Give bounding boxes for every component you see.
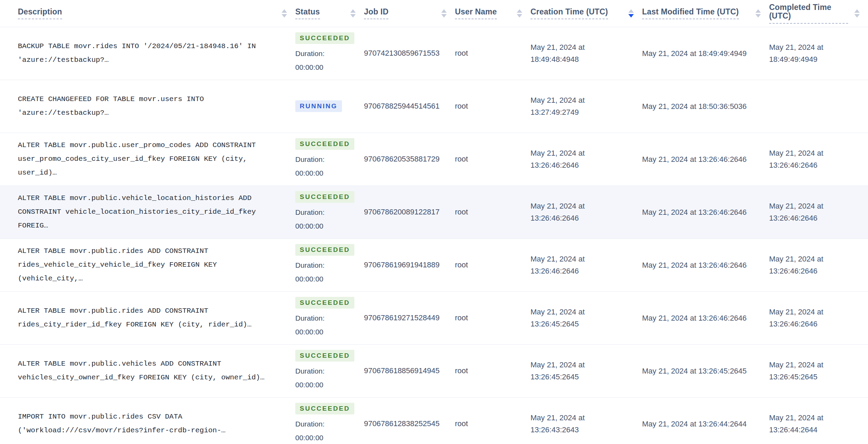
description-cell[interactable]: BACKUP TABLE movr.rides INTO '/2024/05/2… xyxy=(0,27,295,80)
status-badge: SUCCEEDED xyxy=(295,32,354,44)
job-id-value: 970678825944514561 xyxy=(364,102,439,110)
status-cell: SUCCEEDEDDuration:00:00:00 xyxy=(295,344,364,397)
sort-ascending-icon[interactable] xyxy=(282,9,287,13)
sort-descending-icon[interactable] xyxy=(854,14,860,18)
completed-time-cell: May 21, 2024 at 13:26:46:2646 xyxy=(769,133,868,186)
sort-descending-icon[interactable] xyxy=(441,14,447,18)
sort-arrows-icon[interactable] xyxy=(441,9,447,18)
duration-value: 00:00:00 xyxy=(295,272,354,286)
user-name-value: root xyxy=(455,49,468,57)
completed-time-value: May 21, 2024 at 18:49:49:4949 xyxy=(769,41,858,65)
job-id-value: 970678612838252545 xyxy=(364,419,439,428)
column-header-creation-time-utc[interactable]: Creation Time (UTC) xyxy=(530,0,642,27)
sort-arrows-icon[interactable] xyxy=(628,9,634,18)
creation-time-cell: May 21, 2024 at 13:26:46:2646 xyxy=(530,133,642,186)
sort-descending-icon[interactable] xyxy=(350,14,356,18)
column-header-inner[interactable]: Status xyxy=(295,8,356,19)
sort-ascending-icon[interactable] xyxy=(628,9,634,13)
creation-time-cell: May 21, 2024 at 13:26:43:2643 xyxy=(530,397,642,444)
column-header-job-id[interactable]: Job ID xyxy=(364,0,455,27)
creation-time-cell: May 21, 2024 at 13:26:46:2646 xyxy=(530,186,642,238)
column-header-inner[interactable]: Creation Time (UTC) xyxy=(530,8,634,19)
job-description[interactable]: ALTER TABLE movr.public.vehicles ADD CON… xyxy=(18,357,285,385)
column-header-last-modified-time-utc[interactable]: Last Modified Time (UTC) xyxy=(642,0,769,27)
status-badge: SUCCEEDED xyxy=(295,244,354,256)
sort-ascending-icon[interactable] xyxy=(441,9,447,13)
sort-descending-icon[interactable] xyxy=(628,14,634,18)
completed-time-cell: May 21, 2024 at 18:49:49:4949 xyxy=(769,27,868,80)
user-name-value: root xyxy=(455,102,468,110)
job-description[interactable]: ALTER TABLE movr.public.rides ADD CONSTR… xyxy=(18,244,285,286)
description-cell[interactable]: ALTER TABLE movr.public.rides ADD CONSTR… xyxy=(0,238,295,291)
column-header-label: User Name xyxy=(455,8,497,19)
creation-time-cell: May 21, 2024 at 13:26:45:2645 xyxy=(530,291,642,344)
column-header-description[interactable]: Description xyxy=(0,0,295,27)
completed-time-value: May 21, 2024 at 13:26:44:2644 xyxy=(769,412,858,436)
sort-arrows-icon[interactable] xyxy=(755,9,761,18)
column-header-user-name[interactable]: User Name xyxy=(455,0,530,27)
sort-ascending-icon[interactable] xyxy=(517,9,522,13)
column-header-label: Description xyxy=(18,8,62,19)
duration-value: 00:00:00 xyxy=(295,60,354,74)
job-description[interactable]: ALTER TABLE movr.public.rides ADD CONSTR… xyxy=(18,304,285,332)
job-id-cell: 970678619691941889 xyxy=(364,238,455,291)
job-id-value: 970678619691941889 xyxy=(364,260,439,269)
creation-time-value: May 21, 2024 at 13:26:46:2646 xyxy=(530,253,632,277)
column-header-completed-time-utc[interactable]: Completed Time (UTC) xyxy=(769,0,868,27)
sort-arrows-icon[interactable] xyxy=(517,9,522,18)
sort-arrows-icon[interactable] xyxy=(350,9,356,18)
job-id-cell: 970678618856914945 xyxy=(364,344,455,397)
job-description[interactable]: BACKUP TABLE movr.rides INTO '/2024/05/2… xyxy=(18,40,285,67)
status-badge: SUCCEEDED xyxy=(295,403,354,414)
duration-label: Duration: xyxy=(295,153,354,166)
creation-time-value: May 21, 2024 at 13:27:49:2749 xyxy=(530,94,632,118)
status-cell: SUCCEEDEDDuration:00:00:00 xyxy=(295,133,364,186)
status-badge: SUCCEEDED xyxy=(295,138,354,150)
sort-ascending-icon[interactable] xyxy=(854,9,860,13)
job-id-cell: 970742130859671553 xyxy=(364,27,455,80)
description-cell[interactable]: ALTER TABLE movr.public.rides ADD CONSTR… xyxy=(0,291,295,344)
job-description[interactable]: ALTER TABLE movr.public.user_promo_codes… xyxy=(18,138,285,180)
completed-time-cell: May 21, 2024 at 13:26:44:2644 xyxy=(769,397,868,444)
column-header-inner[interactable]: Job ID xyxy=(364,8,447,19)
column-header-status[interactable]: Status xyxy=(295,0,364,27)
creation-time-value: May 21, 2024 at 13:26:46:2646 xyxy=(530,147,632,171)
column-header-inner[interactable]: Description xyxy=(18,8,287,19)
sort-arrows-icon[interactable] xyxy=(282,9,287,18)
job-description[interactable]: CREATE CHANGEFEED FOR TABLE movr.users I… xyxy=(18,92,285,120)
description-cell[interactable]: CREATE CHANGEFEED FOR TABLE movr.users I… xyxy=(0,80,295,133)
user-name-value: root xyxy=(455,366,468,375)
user-name-value: root xyxy=(455,208,468,216)
last-modified-time-value: May 21, 2024 at 13:26:46:2646 xyxy=(642,206,759,218)
user-name-cell: root xyxy=(455,238,530,291)
sort-descending-icon[interactable] xyxy=(517,14,522,18)
duration-label: Duration: xyxy=(295,206,354,219)
column-header-inner[interactable]: Completed Time (UTC) xyxy=(769,3,860,24)
creation-time-value: May 21, 2024 at 13:26:46:2646 xyxy=(530,200,632,224)
column-header-inner[interactable]: Last Modified Time (UTC) xyxy=(642,8,761,19)
completed-time-value: May 21, 2024 at 13:26:46:2646 xyxy=(769,306,858,330)
sort-ascending-icon[interactable] xyxy=(350,9,356,13)
user-name-cell: root xyxy=(455,186,530,238)
duration-label: Duration: xyxy=(295,311,354,325)
job-description[interactable]: ALTER TABLE movr.public.vehicle_location… xyxy=(18,191,285,233)
sort-arrows-icon[interactable] xyxy=(854,9,860,18)
column-header-label: Completed Time (UTC) xyxy=(769,3,848,24)
last-modified-time-cell: May 21, 2024 at 18:50:36:5036 xyxy=(642,80,769,133)
sort-descending-icon[interactable] xyxy=(282,14,287,18)
table-row: ALTER TABLE movr.public.vehicle_location… xyxy=(0,186,868,238)
creation-time-cell: May 21, 2024 at 13:26:46:2646 xyxy=(530,238,642,291)
description-cell[interactable]: ALTER TABLE movr.public.vehicle_location… xyxy=(0,186,295,238)
description-cell[interactable]: IMPORT INTO movr.public.rides CSV DATA (… xyxy=(0,397,295,444)
job-id-value: 970678618856914945 xyxy=(364,366,439,375)
duration-label: Duration: xyxy=(295,364,354,378)
sort-descending-icon[interactable] xyxy=(755,14,761,18)
job-description[interactable]: IMPORT INTO movr.public.rides CSV DATA (… xyxy=(18,410,285,437)
description-cell[interactable]: ALTER TABLE movr.public.vehicles ADD CON… xyxy=(0,344,295,397)
creation-time-value: May 21, 2024 at 13:26:45:2645 xyxy=(530,359,632,383)
description-cell[interactable]: ALTER TABLE movr.public.user_promo_codes… xyxy=(0,133,295,186)
status-cell: RUNNING xyxy=(295,80,364,133)
column-header-inner[interactable]: User Name xyxy=(455,8,522,19)
sort-ascending-icon[interactable] xyxy=(755,9,761,13)
status-badge: SUCCEEDED xyxy=(295,191,354,203)
